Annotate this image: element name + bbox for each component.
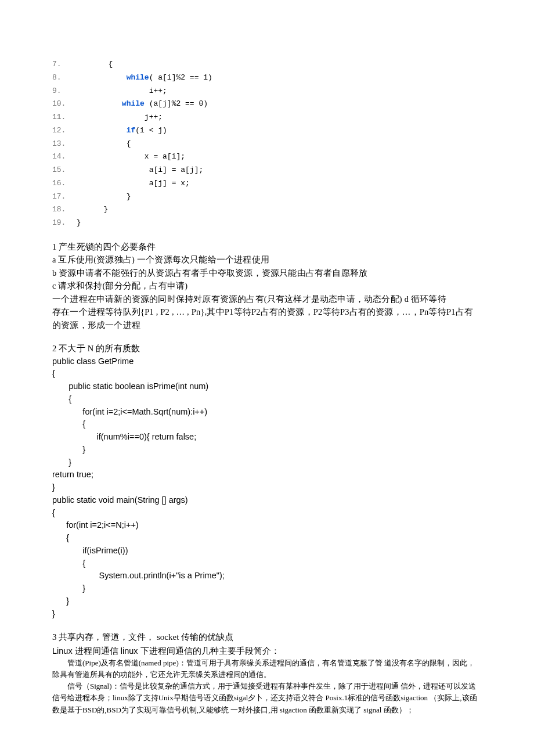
section-prime: 2 不大于 N 的所有质数 public class GetPrime { pu… — [52, 342, 482, 620]
code-line: 18. } — [52, 203, 482, 217]
code-text: ( a[i]%2 == 1) — [149, 73, 212, 82]
code-line: 17. } — [52, 190, 482, 204]
code-line: 8. while( a[i]%2 == 1) — [52, 71, 482, 85]
code-block-prime: public class GetPrime { public static bo… — [52, 355, 482, 621]
code-block-swap: 7. {8. while( a[i]%2 == 1)9. i++;10. whi… — [52, 58, 482, 230]
keyword: while — [122, 99, 145, 108]
deadlock-item-c2: 一个进程在申请新的资源的同时保持对原有资源的占有(只有这样才是动态申请，动态分配… — [52, 293, 482, 305]
ipc-body: 管道(Pipe)及有名管道(named pipe)：管道可用于具有亲缘关系进程间… — [52, 657, 482, 716]
code-text: a[j] = x; — [149, 179, 190, 188]
document-page: 7. {8. while( a[i]%2 == 1)9. i++;10. whi… — [0, 0, 534, 751]
line-number: 14. — [52, 150, 72, 164]
code-text: a[i] = a[j]; — [149, 165, 204, 174]
keyword: if — [127, 126, 136, 135]
code-line: 9. i++; — [52, 85, 482, 98]
code-text: } — [127, 192, 131, 201]
code-text: { — [108, 60, 113, 69]
ipc-paragraph-pipe: 管道(Pipe)及有名管道(named pipe)：管道可用于具有亲缘关系进程间… — [52, 657, 482, 681]
section-ipc: 3 共享内存，管道，文件， socket 传输的优缺点 Linux 进程间通信 … — [52, 631, 482, 715]
section-deadlock: 1 产生死锁的四个必要条件 a 互斥使用(资源独占) 一个资源每次只能给一个进程… — [52, 240, 482, 332]
code-line: 7. { — [52, 58, 482, 71]
line-number: 10. — [52, 98, 72, 111]
line-number: 17. — [52, 190, 72, 204]
line-number: 7. — [52, 58, 72, 71]
ipc-paragraph-signal: 信号（Signal)：信号是比较复杂的通信方式，用于通知接受进程有某种事件发生，… — [52, 681, 482, 715]
code-line: 12. if(i < j) — [52, 124, 482, 138]
code-text: j++; — [145, 113, 163, 121]
code-text: (a[j]%2 == 0) — [145, 99, 208, 108]
line-number: 8. — [52, 71, 72, 85]
heading-ipc: 3 共享内存，管道，文件， socket 传输的优缺点 — [52, 631, 482, 644]
line-number: 16. — [52, 177, 72, 190]
code-text: (i < j) — [135, 126, 167, 135]
line-number: 15. — [52, 164, 72, 177]
deadlock-item-c: c 请求和保持(部分分配，占有申请) — [52, 279, 482, 292]
code-text: i++; — [149, 87, 167, 95]
code-text: x = a[i]; — [145, 152, 185, 161]
line-number: 11. — [52, 111, 72, 124]
ipc-intro: Linux 进程间通信 linux 下进程间通信的几种主要手段简介： — [52, 645, 482, 657]
code-text: } — [77, 218, 81, 227]
deadlock-item-a: a 互斥使用(资源独占) 一个资源每次只能给一个进程使用 — [52, 253, 482, 266]
heading-deadlock: 1 产生死锁的四个必要条件 — [52, 240, 482, 253]
deadlock-item-b: b 资源申请者不能强行的从资源占有者手中夺取资源，资源只能由占有者自愿释放 — [52, 267, 482, 279]
code-line: 15. a[i] = a[j]; — [52, 164, 482, 177]
code-text: } — [104, 205, 109, 214]
line-number: 18. — [52, 203, 72, 217]
keyword: while — [127, 73, 149, 82]
code-text: { — [127, 139, 131, 148]
line-number: 9. — [52, 85, 72, 98]
code-line: 16. a[j] = x; — [52, 177, 482, 190]
code-line: 14. x = a[i]; — [52, 150, 482, 164]
code-line: 13. { — [52, 138, 482, 151]
line-number: 13. — [52, 138, 72, 151]
code-line: 10. while (a[j]%2 == 0) — [52, 98, 482, 111]
code-line: 11. j++; — [52, 111, 482, 124]
code-line: 19. } — [52, 217, 482, 230]
deadlock-item-d: 存在一个进程等待队列{P1 , P2 , … , Pn},其中P1等待P2占有的… — [52, 305, 482, 332]
heading-prime: 2 不大于 N 的所有质数 — [52, 342, 482, 355]
line-number: 19. — [52, 217, 72, 230]
line-number: 12. — [52, 124, 72, 138]
